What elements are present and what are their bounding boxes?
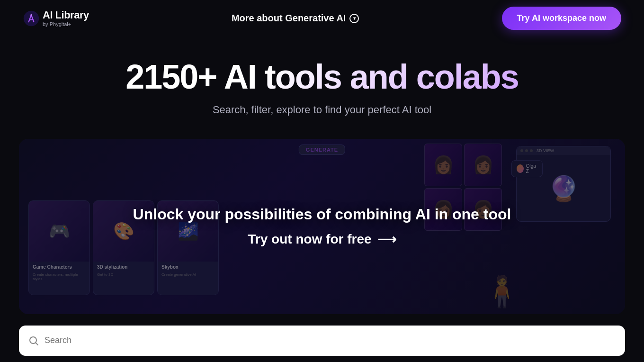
chevron-down-icon: ▾ (349, 14, 359, 23)
logo-main-text: AI Library (43, 9, 89, 21)
logo-sub-text: by Phygital+ (43, 21, 89, 27)
search-bar (19, 326, 625, 356)
logo-area: AI Library by Phygital+ (23, 9, 89, 27)
cta-label: Try out now for free (248, 232, 371, 247)
banner-section: 🎮 Game Characters Create characters, mul… (19, 139, 625, 314)
navbar: AI Library by Phygital+ More about Gener… (0, 0, 644, 36)
logo-text: AI Library by Phygital+ (43, 9, 89, 27)
hero-title: 2150+ AI tools and colabs (23, 59, 621, 95)
banner-overlay: Unlock your possibilities of combining A… (19, 139, 625, 314)
search-icon (28, 335, 39, 346)
logo-icon (23, 10, 40, 27)
nav-link-label: More about Generative AI (232, 13, 346, 24)
search-section: I want to▾Choose your task▾Input▾Output▾… (0, 326, 644, 362)
arrow-icon: ⟶ (377, 232, 396, 247)
search-input[interactable] (45, 335, 616, 345)
svg-point-1 (30, 14, 32, 16)
banner-overlay-title: Unlock your possibilities of combining A… (133, 206, 511, 223)
try-workspace-button[interactable]: Try AI workspace now (502, 7, 621, 30)
nav-center: More about Generative AI ▾ (232, 13, 359, 24)
banner-cta[interactable]: Try out now for free ⟶ (248, 232, 396, 247)
generative-ai-link[interactable]: More about Generative AI ▾ (232, 13, 359, 24)
hero-section: 2150+ AI tools and colabs Search, filter… (0, 36, 644, 127)
hero-subtitle: Search, filter, explore to find your per… (23, 104, 621, 116)
svg-point-0 (24, 10, 39, 26)
